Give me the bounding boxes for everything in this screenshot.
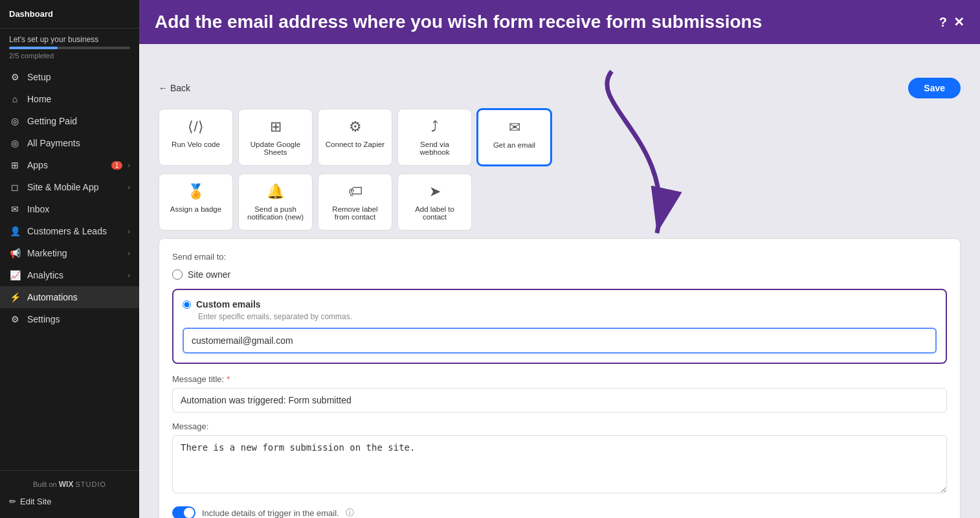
custom-email-input[interactable] xyxy=(183,328,937,354)
sidebar-item-label: Customers & Leads xyxy=(27,226,107,236)
custom-emails-title: Custom emails xyxy=(196,299,261,310)
top-row: ← Back Save xyxy=(159,78,961,98)
sidebar-item-label: Analytics xyxy=(27,270,63,280)
site-owner-label: Site owner xyxy=(188,269,230,280)
required-star: * xyxy=(227,374,230,384)
action-card-run-velo[interactable]: ⟨/⟩ Run Velo code xyxy=(159,109,233,166)
action-card-connect-zapier[interactable]: ⚙ Connect to Zapier xyxy=(318,109,392,166)
sidebar-item-setup[interactable]: ⚙Setup xyxy=(0,66,139,88)
sidebar-item-home[interactable]: ⌂Home xyxy=(0,88,139,110)
info-icon[interactable]: ⓘ xyxy=(346,507,354,518)
sidebar-item-settings[interactable]: ⚙Settings xyxy=(0,308,139,330)
inbox-icon: ✉ xyxy=(9,204,21,214)
sidebar-item-inbox[interactable]: ✉Inbox xyxy=(0,198,139,220)
customers-icon: 👤 xyxy=(9,226,21,236)
business-setup-label: Let's set up your business xyxy=(9,35,130,44)
site-owner-option[interactable]: Site owner xyxy=(172,269,947,280)
message-title-field: Message title: * xyxy=(172,374,947,422)
sidebar-item-label: Getting Paid xyxy=(27,116,77,126)
custom-emails-label-row: Custom emails xyxy=(183,299,937,310)
action-card-push-notification[interactable]: 🔔 Send a push notification (new) xyxy=(238,174,313,231)
badge-icon: 🏅 xyxy=(187,183,205,200)
back-button[interactable]: ← Back xyxy=(159,83,190,93)
built-on-text: Built on xyxy=(33,480,57,488)
site-icon: ◻ xyxy=(9,182,21,192)
sidebar-item-label: All Payments xyxy=(27,138,80,148)
message-title-input[interactable] xyxy=(172,388,947,412)
sidebar-item-apps[interactable]: ⊞Apps 1 › xyxy=(0,154,139,176)
business-setup: Let's set up your business 2/5 completed xyxy=(0,28,139,63)
sidebar-item-customers-leads[interactable]: 👤Customers & Leads › xyxy=(0,220,139,242)
sidebar-header: Dashboard xyxy=(0,0,139,28)
action-card-update-google[interactable]: ⊞ Update Google Sheets xyxy=(238,109,313,166)
message-label: Message: xyxy=(172,422,947,431)
nav-items: ⚙Setup ⌂Home ◎Getting Paid ◎All Payments… xyxy=(0,63,139,470)
custom-emails-box: Custom emails Enter specific emails, sep… xyxy=(172,289,947,364)
sidebar-item-label: Automations xyxy=(27,292,78,302)
action-card-label: Assign a badge xyxy=(170,205,221,213)
close-banner-button[interactable]: ✕ xyxy=(953,14,964,30)
include-details-label: Include details of trigger in the email. xyxy=(202,508,339,518)
message-field: Message: There is a new form submission … xyxy=(172,422,947,496)
sidebar-item-label: Apps xyxy=(27,160,48,170)
send-to-label: Send email to: xyxy=(172,252,947,262)
sidebar-item-analytics[interactable]: 📈Analytics › xyxy=(0,264,139,286)
sidebar: Dashboard Let's set up your business 2/5… xyxy=(0,0,139,518)
main-content: Add the email address where you wish for… xyxy=(139,0,980,518)
tutorial-text: Add the email address where you wish for… xyxy=(155,12,762,32)
remove-label-icon: 🏷 xyxy=(348,183,362,200)
zapier-icon: ⚙ xyxy=(349,118,362,135)
chevron-right-icon: › xyxy=(128,271,130,279)
sidebar-item-automations[interactable]: ⚡Automations xyxy=(0,286,139,308)
include-details-toggle[interactable] xyxy=(172,506,195,518)
custom-emails-radio[interactable] xyxy=(183,300,191,309)
edit-icon: ✏ xyxy=(9,497,16,506)
sidebar-title: Dashboard xyxy=(9,9,53,19)
studio-label: STUDIO xyxy=(75,480,106,488)
site-owner-radio[interactable] xyxy=(172,269,183,280)
home-icon: ⌂ xyxy=(9,94,21,104)
question-icon[interactable]: ? xyxy=(939,15,947,30)
edit-site-label: Edit Site xyxy=(20,497,51,506)
chevron-right-icon: › xyxy=(128,183,130,191)
progress-bar-outer xyxy=(9,47,130,49)
action-card-label: Get an email xyxy=(493,141,535,149)
action-card-label: Run Velo code xyxy=(172,141,220,148)
toggle-knob xyxy=(184,508,194,518)
action-cards-row1: ⟨/⟩ Run Velo code ⊞ Update Google Sheets… xyxy=(159,109,961,166)
action-card-send-webhook[interactable]: ⤴ Send via webhook xyxy=(397,109,472,166)
setup-icon: ⚙ xyxy=(9,72,21,82)
action-card-label: Update Google Sheets xyxy=(245,141,306,156)
action-cards-row2: 🏅 Assign a badge 🔔 Send a push notificat… xyxy=(159,174,961,231)
sidebar-footer: Built on WIX STUDIO ✏ Edit Site xyxy=(0,470,139,518)
progress-text: 2/5 completed xyxy=(9,52,130,60)
custom-emails-hint: Enter specific emails, separated by comm… xyxy=(198,312,937,321)
sidebar-item-site-mobile[interactable]: ◻Site & Mobile App › xyxy=(0,176,139,198)
sidebar-item-label: Setup xyxy=(27,72,51,82)
action-card-remove-label[interactable]: 🏷 Remove label from contact xyxy=(318,174,392,231)
chevron-right-icon: › xyxy=(128,227,130,235)
sidebar-item-marketing[interactable]: 📢Marketing › xyxy=(0,242,139,264)
save-button[interactable]: Save xyxy=(908,78,961,98)
action-card-get-email[interactable]: ✉ Get an email xyxy=(477,109,551,166)
wix-label: WIX xyxy=(59,480,74,489)
action-card-assign-badge[interactable]: 🏅 Assign a badge xyxy=(159,174,233,231)
getting-paid-icon: ◎ xyxy=(9,116,21,126)
edit-site-button[interactable]: ✏ Edit Site xyxy=(9,494,130,509)
toggle-row: Include details of trigger in the email.… xyxy=(172,496,947,518)
sidebar-item-label: Home xyxy=(27,94,51,104)
sidebar-item-getting-paid[interactable]: ◎Getting Paid xyxy=(0,110,139,132)
push-icon: 🔔 xyxy=(267,183,284,200)
message-textarea[interactable]: There is a new form submission on the si… xyxy=(172,435,947,493)
action-card-add-label[interactable]: ➤ Add label to contact xyxy=(397,174,472,231)
chevron-right-icon: › xyxy=(128,249,130,257)
email-icon: ✉ xyxy=(509,119,520,136)
analytics-icon: 📈 xyxy=(9,270,21,280)
email-form-section: Send email to: Site owner Custom emails … xyxy=(159,238,961,518)
progress-bar-inner xyxy=(9,47,58,49)
sidebar-item-all-payments[interactable]: ◎All Payments xyxy=(0,132,139,154)
velo-icon: ⟨/⟩ xyxy=(188,118,203,135)
action-card-label: Add label to contact xyxy=(405,205,465,221)
add-label-icon: ➤ xyxy=(429,183,441,200)
webhook-icon: ⤴ xyxy=(431,118,438,135)
